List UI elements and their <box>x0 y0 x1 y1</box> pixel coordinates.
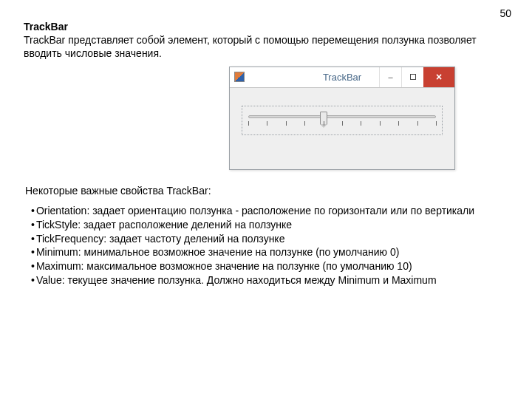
window-buttons: – × <box>379 67 454 87</box>
page-content: TrackBar TrackBar представляет собой эле… <box>0 0 532 287</box>
close-button[interactable]: × <box>423 67 454 87</box>
trackbar-rail <box>248 115 436 118</box>
tick-mark <box>342 121 343 126</box>
tick-mark <box>380 121 381 126</box>
tick-mark <box>398 121 399 126</box>
titlebar: TrackBar – × <box>230 67 454 88</box>
trackbar-ticks <box>248 121 436 130</box>
tick-mark <box>324 121 324 126</box>
bullet-list: Orientation: задает ориентацию ползунка … <box>24 204 508 287</box>
app-icon <box>234 72 245 82</box>
tick-mark <box>286 121 287 126</box>
maximize-icon <box>410 74 416 80</box>
intro-text: TrackBar представляет собой элемент, кот… <box>24 34 508 61</box>
tick-mark <box>436 121 437 126</box>
tick-mark <box>267 121 267 126</box>
tick-mark <box>248 121 249 126</box>
bullet-item: Minimum: минимальное возможное значение … <box>31 245 508 259</box>
maximize-button[interactable] <box>401 67 423 87</box>
bullet-item: TickFrequency: задает частоту делений на… <box>31 232 508 246</box>
heading: TrackBar <box>24 21 508 33</box>
client-area <box>230 88 454 169</box>
tick-mark <box>304 121 305 126</box>
bullet-item: Orientation: задает ориентацию ползунка … <box>31 204 508 218</box>
bullet-item: Maximum: максимальное возможное значение… <box>31 259 508 273</box>
tick-mark <box>417 121 418 126</box>
bullet-item: Value: текущее значение ползунка. Должно… <box>31 273 508 287</box>
page-number: 50 <box>499 7 511 19</box>
subheading: Некоторые важные свойства TrackBar: <box>25 185 508 197</box>
demo-window: TrackBar – × <box>229 66 455 170</box>
tick-mark <box>361 121 361 126</box>
minimize-button[interactable]: – <box>379 67 401 87</box>
trackbar-control[interactable] <box>242 106 443 135</box>
figure-wrapper: TrackBar – × <box>24 66 508 170</box>
bullet-item: TickStyle: задает расположение делений н… <box>31 218 508 232</box>
